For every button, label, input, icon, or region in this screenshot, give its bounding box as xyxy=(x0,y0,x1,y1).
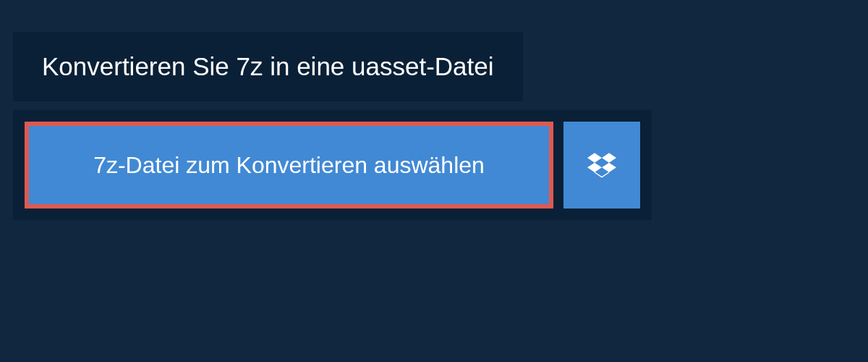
header-tab: Konvertieren Sie 7z in eine uasset-Datei xyxy=(13,32,523,101)
dropbox-button[interactable] xyxy=(563,122,640,209)
select-file-button-label: 7z-Datei zum Konvertieren auswählen xyxy=(93,152,485,179)
page-title: Konvertieren Sie 7z in eine uasset-Datei xyxy=(42,52,494,81)
select-file-button[interactable]: 7z-Datei zum Konvertieren auswählen xyxy=(25,122,553,209)
dropbox-icon xyxy=(587,151,616,180)
upload-panel: 7z-Datei zum Konvertieren auswählen xyxy=(13,110,652,220)
button-row: 7z-Datei zum Konvertieren auswählen xyxy=(25,122,640,209)
